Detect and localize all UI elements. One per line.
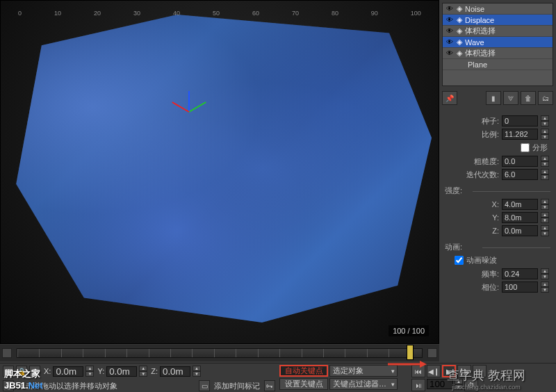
spinner-buttons[interactable]: ▲▼	[541, 212, 549, 223]
watermark-left: 脚本之家 JB51.Net	[4, 368, 43, 391]
modifier-label: 体积选择	[465, 26, 496, 36]
goto-start-icon[interactable]: ⏮	[411, 365, 425, 377]
x-label: X:	[44, 367, 51, 375]
seed-label: 种子:	[446, 116, 499, 126]
iterations-input[interactable]	[502, 169, 538, 180]
coord-x-input[interactable]	[53, 366, 83, 377]
watermark-right: 查字典 教程网 jiaocheng.chazidian.com	[447, 367, 525, 391]
modifier-row[interactable]: Plane	[443, 59, 553, 70]
spinner-buttons[interactable]: ▲▼	[541, 225, 549, 236]
key-icon[interactable]: 🗝	[264, 380, 275, 391]
spinner-buttons[interactable]: ▲▼	[541, 115, 549, 126]
visibility-icon[interactable]: 👁	[445, 5, 454, 13]
command-panel: 👁◈Noise 👁◈Displace 👁◈体积选择 👁◈Wave 👁◈体积选择 …	[439, 0, 556, 392]
modifier-row[interactable]: 👁◈Noise	[443, 3, 553, 15]
spinner-buttons[interactable]: ▲▼	[541, 156, 549, 167]
phase-input[interactable]	[502, 281, 538, 293]
visibility-icon[interactable]: 👁	[445, 49, 454, 58]
x-label: X:	[446, 200, 499, 209]
key-mode-icon[interactable]: ⏯	[411, 379, 425, 391]
modifier-label: Plane	[468, 60, 487, 69]
scale-label: 比例:	[446, 129, 499, 140]
make-unique-icon[interactable]: ⩔	[503, 91, 518, 105]
set-key-button[interactable]: 设置关键点	[279, 378, 328, 390]
frequency-label: 频率:	[446, 269, 499, 279]
spinner-buttons[interactable]: ▲▼	[139, 366, 147, 377]
strength-z-input[interactable]	[502, 225, 538, 236]
spinner-buttons[interactable]: ▲▼	[193, 366, 201, 377]
key-filter-combo[interactable]: 关键点过滤器…	[329, 378, 398, 390]
coord-z-input[interactable]	[160, 366, 190, 377]
add-time-marker[interactable]: 添加时间标记	[214, 381, 260, 391]
remove-modifier-icon[interactable]: 🗑	[521, 91, 536, 105]
animate-noise-label: 动画噪波	[466, 255, 497, 266]
key-target-combo[interactable]: 选定对象	[329, 365, 398, 377]
modifier-toolbar: 📌 ▮ ⩔ 🗑 🗂	[442, 90, 553, 106]
z-label: Z:	[446, 227, 499, 235]
noise-params: 种子:▲▼ 比例:▲▼ 分形 粗糙度:▲▼ 迭代次数:▲▼ 强度: X:▲▼ Y…	[442, 115, 553, 293]
scale-input[interactable]	[502, 129, 538, 140]
prev-frame-icon[interactable]: ◀❙	[427, 365, 441, 377]
spinner-buttons[interactable]: ▲▼	[541, 281, 549, 293]
visibility-icon[interactable]: 👁	[445, 38, 454, 47]
y-label: Y:	[97, 367, 104, 375]
modifier-row[interactable]: 👁◈Wave	[443, 37, 553, 48]
z-label: Z:	[151, 367, 158, 375]
configure-sets-icon[interactable]: 🗂	[538, 91, 553, 105]
coord-y-input[interactable]	[106, 366, 137, 377]
animation-header: 动画:	[445, 242, 550, 252]
modifier-row[interactable]: 👁◈体积选择	[443, 26, 553, 37]
modifier-row[interactable]: 👁◈Displace	[443, 15, 553, 26]
strength-header: 强度:	[445, 186, 550, 196]
modifier-label: Wave	[465, 38, 484, 47]
fractal-checkbox[interactable]	[521, 143, 530, 152]
iterations-label: 迭代次数:	[446, 170, 499, 180]
visibility-icon[interactable]: 👁	[445, 27, 454, 35]
spinner-buttons[interactable]: ▲▼	[541, 268, 549, 279]
roughness-input[interactable]	[502, 156, 538, 167]
strength-y-input[interactable]	[502, 212, 538, 223]
timeline-labels: 0102030405060708090100	[13, 10, 427, 353]
modifier-label: 体积选择	[465, 48, 496, 58]
timeline-end-button[interactable]	[427, 348, 437, 358]
auto-key-button[interactable]: 自动关键点	[279, 365, 328, 377]
roughness-label: 粗糙度:	[446, 156, 499, 167]
spinner-buttons[interactable]: ▲▼	[85, 366, 94, 377]
seed-input[interactable]	[502, 115, 538, 126]
pin-stack-icon[interactable]: 📌	[442, 91, 457, 105]
modifier-stack[interactable]: 👁◈Noise 👁◈Displace 👁◈体积选择 👁◈Wave 👁◈体积选择 …	[442, 3, 553, 86]
frequency-input[interactable]	[502, 268, 538, 279]
show-end-result-icon[interactable]: ▮	[486, 91, 501, 105]
spinner-buttons[interactable]: ▲▼	[541, 169, 549, 180]
strength-x-input[interactable]	[502, 199, 538, 210]
timeline-start-button[interactable]	[2, 348, 12, 358]
modifier-row[interactable]: 👁◈体积选择	[443, 48, 553, 59]
animate-noise-checkbox[interactable]	[455, 256, 464, 265]
coord-row: ▦ 🔒 ⊞ X: ▲▼ Y: ▲▼ Z: ▲▼	[3, 365, 275, 377]
spinner-buttons[interactable]: ▲▼	[541, 199, 549, 210]
modifier-label: Displace	[465, 16, 494, 24]
script-listener-icon[interactable]: ▭	[199, 380, 210, 391]
spinner-buttons[interactable]: ▲▼	[541, 129, 549, 140]
visibility-icon[interactable]: 👁	[445, 16, 454, 24]
y-label: Y:	[446, 213, 499, 222]
phase-label: 相位:	[446, 282, 499, 293]
modifier-label: Noise	[465, 5, 484, 13]
fractal-label: 分形	[532, 142, 548, 153]
